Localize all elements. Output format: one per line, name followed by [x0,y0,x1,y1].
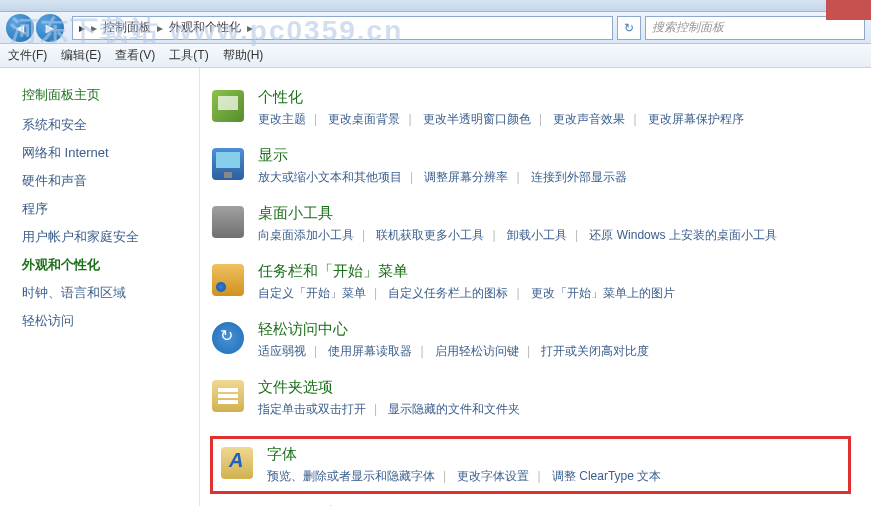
category-personalization: 个性化 更改主题| 更改桌面背景| 更改半透明窗口颜色| 更改声音效果| 更改屏… [210,88,851,128]
taskbar-icon [210,262,246,298]
menu-help[interactable]: 帮助(H) [223,47,264,64]
breadcrumb-sep: ▸ [247,21,253,35]
sidebar-item-system[interactable]: 系统和安全 [22,116,189,134]
menu-bar: 文件(F) 编辑(E) 查看(V) 工具(T) 帮助(H) [0,44,871,68]
link-restore-gadgets[interactable]: 还原 Windows 上安装的桌面小工具 [589,228,776,242]
link-uninstall-gadget[interactable]: 卸载小工具 [507,228,567,242]
link-cleartype[interactable]: 调整 ClearType 文本 [552,469,661,483]
link-hidden-files[interactable]: 显示隐藏的文件和文件夹 [388,402,520,416]
category-display: 显示 放大或缩小文本和其他项目| 调整屏幕分辨率| 连接到外部显示器 [210,146,851,186]
sidebar-heading[interactable]: 控制面板主页 [22,86,189,104]
address-bar: ◄ ► ▸ ▸ 控制面板 ▸ 外观和个性化 ▸ ↻ 搜索控制面板 [0,12,871,44]
folder-icon [210,378,246,414]
breadcrumb[interactable]: ▸ ▸ 控制面板 ▸ 外观和个性化 ▸ [72,16,613,40]
link-resolution[interactable]: 调整屏幕分辨率 [424,170,508,184]
link-change-window-color[interactable]: 更改半透明窗口颜色 [423,112,531,126]
sidebar-item-clock[interactable]: 时钟、语言和区域 [22,284,189,302]
link-screen-reader[interactable]: 使用屏幕读取器 [328,344,412,358]
link-add-gadget[interactable]: 向桌面添加小工具 [258,228,354,242]
display-icon [210,146,246,182]
link-change-theme[interactable]: 更改主题 [258,112,306,126]
link-customize-taskbar[interactable]: 自定义任务栏上的图标 [388,286,508,300]
back-button[interactable]: ◄ [6,14,34,42]
window-titlebar [0,0,871,12]
menu-file[interactable]: 文件(F) [8,47,47,64]
link-change-wallpaper[interactable]: 更改桌面背景 [328,112,400,126]
sidebar-item-network[interactable]: 网络和 Internet [22,144,189,162]
category-taskbar: 任务栏和「开始」菜单 自定义「开始」菜单| 自定义任务栏上的图标| 更改「开始」… [210,262,851,302]
link-change-sounds[interactable]: 更改声音效果 [553,112,625,126]
ease-icon [210,320,246,356]
sidebar-item-hardware[interactable]: 硬件和声音 [22,172,189,190]
main-area: 控制面板主页 系统和安全 网络和 Internet 硬件和声音 程序 用户帐户和… [0,68,871,506]
breadcrumb-root-icon: ▸ [79,21,85,35]
link-start-image[interactable]: 更改「开始」菜单上的图片 [531,286,675,300]
category-ease-of-access: 轻松访问中心 适应弱视| 使用屏幕读取器| 启用轻松访问键| 打开或关闭高对比度 [210,320,851,360]
link-text-size[interactable]: 放大或缩小文本和其他项目 [258,170,402,184]
font-icon [219,445,255,481]
category-title[interactable]: 文件夹选项 [258,378,851,397]
link-external-display[interactable]: 连接到外部显示器 [531,170,627,184]
close-button[interactable] [826,0,871,20]
menu-view[interactable]: 查看(V) [115,47,155,64]
link-preview-fonts[interactable]: 预览、删除或者显示和隐藏字体 [267,469,435,483]
link-click-open[interactable]: 指定单击或双击打开 [258,402,366,416]
link-more-gadgets[interactable]: 联机获取更多小工具 [376,228,484,242]
breadcrumb-control-panel[interactable]: 控制面板 [103,19,151,36]
link-font-settings[interactable]: 更改字体设置 [457,469,529,483]
breadcrumb-sep: ▸ [157,21,163,35]
refresh-button[interactable]: ↻ [617,16,641,40]
category-gadgets: 桌面小工具 向桌面添加小工具| 联机获取更多小工具| 卸载小工具| 还原 Win… [210,204,851,244]
category-fonts: 字体 预览、删除或者显示和隐藏字体| 更改字体设置| 调整 ClearType … [219,445,842,485]
sidebar-item-appearance[interactable]: 外观和个性化 [22,256,189,274]
sidebar: 控制面板主页 系统和安全 网络和 Internet 硬件和声音 程序 用户帐户和… [0,68,200,506]
menu-tools[interactable]: 工具(T) [169,47,208,64]
breadcrumb-sep: ▸ [91,21,97,35]
breadcrumb-appearance[interactable]: 外观和个性化 [169,19,241,36]
sidebar-item-ease[interactable]: 轻松访问 [22,312,189,330]
forward-button[interactable]: ► [36,14,64,42]
link-high-contrast[interactable]: 打开或关闭高对比度 [541,344,649,358]
highlight-box: 字体 预览、删除或者显示和隐藏字体| 更改字体设置| 调整 ClearType … [210,436,851,494]
gadget-icon [210,204,246,240]
category-title[interactable]: 个性化 [258,88,851,107]
category-title[interactable]: 显示 [258,146,851,165]
personalization-icon [210,88,246,124]
category-title[interactable]: 任务栏和「开始」菜单 [258,262,851,281]
menu-edit[interactable]: 编辑(E) [61,47,101,64]
category-title[interactable]: 桌面小工具 [258,204,851,223]
link-low-vision[interactable]: 适应弱视 [258,344,306,358]
link-customize-start[interactable]: 自定义「开始」菜单 [258,286,366,300]
category-title[interactable]: 字体 [267,445,842,464]
category-folder-options: 文件夹选项 指定单击或双击打开| 显示隐藏的文件和文件夹 [210,378,851,418]
link-ease-keys[interactable]: 启用轻松访问键 [435,344,519,358]
content-pane: 个性化 更改主题| 更改桌面背景| 更改半透明窗口颜色| 更改声音效果| 更改屏… [200,68,871,506]
sidebar-item-users[interactable]: 用户帐户和家庭安全 [22,228,189,246]
category-title[interactable]: 轻松访问中心 [258,320,851,339]
sidebar-item-programs[interactable]: 程序 [22,200,189,218]
link-change-screensaver[interactable]: 更改屏幕保护程序 [648,112,744,126]
